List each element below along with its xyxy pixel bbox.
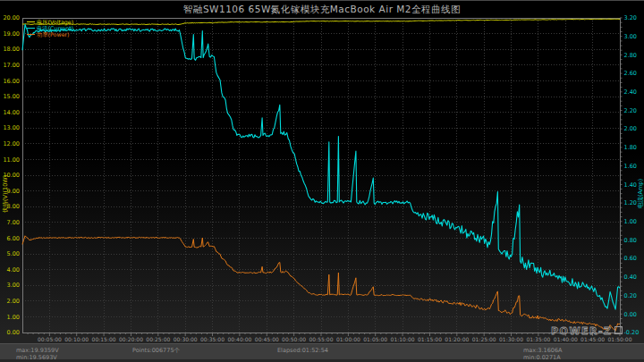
svg-text:0.00: 0.00 <box>7 329 20 336</box>
legend-label-voltage: 电压(Voltage) <box>37 19 73 25</box>
status-current-min: min:0.0271A <box>523 354 561 361</box>
svg-text:17.00: 17.00 <box>3 62 20 69</box>
svg-text:00:40:00: 00:40:00 <box>227 336 251 342</box>
status-voltage-max: max:19.9359V <box>16 347 59 354</box>
svg-text:0.80: 0.80 <box>624 237 637 244</box>
svg-text:15.00: 15.00 <box>3 93 20 100</box>
chart-canvas: 20.0019.0018.0017.0016.0015.0014.0013.00… <box>0 1 644 362</box>
left-axis-title: 伏特(V)(10W) <box>2 175 10 213</box>
svg-text:0.00: 0.00 <box>624 311 637 318</box>
svg-text:1.60: 1.60 <box>624 163 637 170</box>
watermark-checkbox-icon <box>614 326 623 334</box>
svg-text:1.00: 1.00 <box>624 218 637 225</box>
svg-text:11.00: 11.00 <box>3 156 20 164</box>
status-elapsed: Elapsed:01:52:54 <box>277 347 328 354</box>
svg-text:00:25:00: 00:25:00 <box>146 336 170 342</box>
svg-text:3.00: 3.00 <box>624 33 637 40</box>
svg-text:01:30:00: 01:30:00 <box>499 336 523 342</box>
status-voltage-min: min:19.5693V <box>16 354 57 361</box>
svg-text:00:50:00: 00:50:00 <box>282 336 306 342</box>
svg-text:7.00: 7.00 <box>7 219 20 226</box>
svg-text:0.60: 0.60 <box>624 255 637 262</box>
svg-text:01:20:00: 01:20:00 <box>445 336 469 342</box>
status-points: Points:006775个 <box>132 347 180 355</box>
svg-text:01:15:00: 01:15:00 <box>418 336 442 342</box>
legend-item-current: 电流(Current) <box>27 25 73 31</box>
svg-text:3.00: 3.00 <box>7 282 20 289</box>
svg-text:19.00: 19.00 <box>3 30 20 38</box>
legend-label-power: 功率(Power) <box>37 31 70 38</box>
watermark-text: POWER-Z <box>551 325 613 337</box>
svg-text:0.40: 0.40 <box>624 274 637 281</box>
svg-text:00:55:00: 00:55:00 <box>309 336 334 342</box>
svg-text:1.20: 1.20 <box>624 199 637 206</box>
svg-text:4.00: 4.00 <box>7 266 20 274</box>
svg-text:2.00: 2.00 <box>624 125 637 132</box>
svg-text:18.00: 18.00 <box>3 46 20 53</box>
status-bar: max:19.9359V min:19.5693V Points:006775个… <box>0 343 644 362</box>
svg-text:13.00: 13.00 <box>3 124 20 131</box>
legend-label-current: 电流(Current) <box>37 25 73 31</box>
svg-text:6.00: 6.00 <box>7 235 20 242</box>
status-current-max: max:3.1606A <box>523 347 563 354</box>
svg-text:2.20: 2.20 <box>624 107 637 114</box>
svg-text:01:05:00: 01:05:00 <box>363 336 387 342</box>
svg-text:1.40: 1.40 <box>624 181 637 189</box>
svg-text:00:10:00: 00:10:00 <box>64 336 89 342</box>
svg-text:5.00: 5.00 <box>7 250 20 257</box>
svg-text:16.00: 16.00 <box>3 78 20 85</box>
chart-window: 智融SW1106 65W氮化镓模块充MacBook Air M2全程曲线图 20… <box>0 0 644 362</box>
svg-text:01:35:00: 01:35:00 <box>526 336 550 342</box>
svg-text:1.80: 1.80 <box>624 144 637 151</box>
svg-text:00:30:00: 00:30:00 <box>174 336 198 342</box>
svg-text:00:05:00: 00:05:00 <box>38 336 62 342</box>
svg-text:01:25:00: 01:25:00 <box>472 336 496 342</box>
svg-text:2.00: 2.00 <box>7 298 20 305</box>
svg-text:00:20:00: 00:20:00 <box>119 336 143 342</box>
svg-text:2.60: 2.60 <box>624 70 637 77</box>
svg-text:0.20: 0.20 <box>624 292 637 299</box>
svg-text:2.40: 2.40 <box>624 88 637 96</box>
svg-text:00:35:00: 00:35:00 <box>200 336 225 342</box>
svg-text:00:45:00: 00:45:00 <box>255 336 279 342</box>
svg-text:3.20: 3.20 <box>624 14 637 21</box>
svg-text:20.00: 20.00 <box>3 14 20 21</box>
legend-item-power: 功率(Power) <box>27 31 73 38</box>
legend-item-voltage: 电压(Voltage) <box>27 19 73 25</box>
watermark: POWER-Z <box>551 321 623 338</box>
svg-text:2.80: 2.80 <box>624 52 637 59</box>
svg-text:00:15:00: 00:15:00 <box>92 336 116 342</box>
svg-text:01:00:00: 01:00:00 <box>336 336 360 342</box>
current-line-swatch <box>27 28 35 29</box>
chart-legend: 电压(Voltage) 电流(Current) 功率(Power) <box>27 19 73 38</box>
svg-text:1.00: 1.00 <box>7 314 20 321</box>
svg-text:14.00: 14.00 <box>3 109 20 116</box>
svg-text:01:10:00: 01:10:00 <box>391 336 415 342</box>
voltage-line-swatch <box>27 21 35 22</box>
svg-text:12.00: 12.00 <box>3 140 20 147</box>
power-line-swatch <box>27 34 35 35</box>
right-axis-title: 电流(Amp) <box>637 179 644 208</box>
